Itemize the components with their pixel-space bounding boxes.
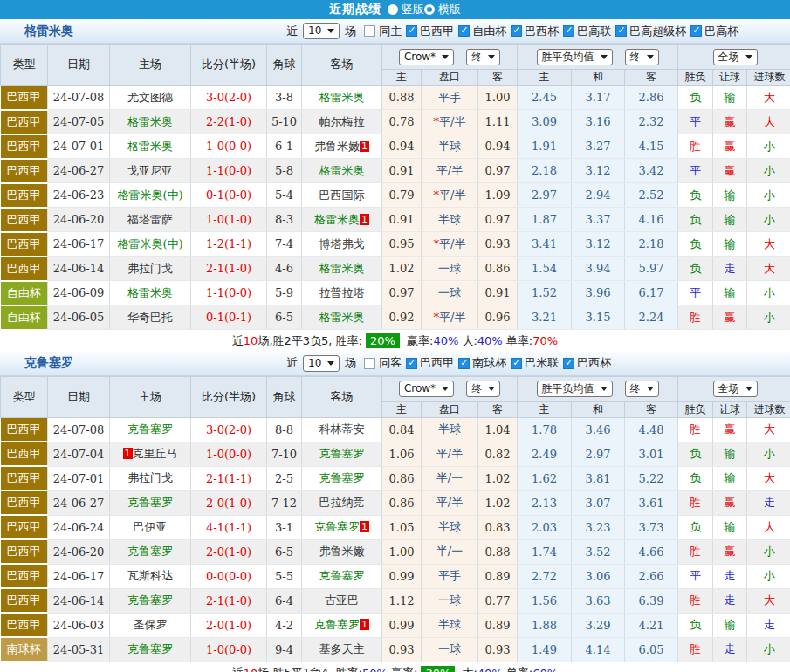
away-team-name[interactable]: 巴拉纳竞 (319, 496, 365, 509)
avg-lose-cell: 5.97 (625, 257, 678, 281)
bookmaker-select[interactable]: Crow* (399, 381, 454, 397)
result-wdl-cell: 胜 (678, 305, 713, 330)
col-date: 日期 (48, 376, 110, 417)
bookmaker-select[interactable]: Crow* (399, 49, 454, 65)
home-team-name[interactable]: 格雷米奥(中) (117, 189, 182, 202)
away-team-name[interactable]: 拉普拉塔 (319, 286, 365, 299)
recent-count-select[interactable]: 10 (303, 23, 340, 39)
footer-stat-segment: 60% (532, 667, 558, 672)
odds-home-cell: 0.99 (382, 613, 422, 637)
home-team-name[interactable]: 圣保罗 (134, 618, 168, 631)
home-team-name[interactable]: 克鲁塞罗 (127, 545, 173, 558)
home-team-name[interactable]: 弗拉门戈 (127, 262, 173, 275)
match-row: 自由杯24-06-09格雷米奥1-1(0-0)5-9拉普拉塔0.97一球0.91… (1, 281, 790, 305)
avg-stage-select[interactable]: 终 (625, 49, 659, 65)
score-cell: 2-2(1-0) (191, 110, 267, 134)
recent-count-select[interactable]: 10 (303, 355, 340, 372)
radio-option-1[interactable]: 横版 (424, 2, 461, 17)
away-team-name[interactable]: 克鲁塞罗 (319, 471, 365, 484)
avg-odds-select[interactable]: 胜平负均值 (537, 49, 613, 65)
result-wdl-cell: 负 (678, 208, 713, 232)
away-team-name[interactable]: 基多天主 (319, 642, 365, 655)
league-checkbox-1[interactable] (458, 25, 470, 37)
league-checkbox-1[interactable] (458, 358, 470, 369)
away-team-name[interactable]: 巴西国际 (319, 189, 365, 202)
scope-select[interactable]: 全场 (713, 381, 758, 397)
league-checkbox-5[interactable] (690, 25, 702, 37)
home-team-name[interactable]: 巴伊亚 (134, 520, 168, 533)
away-team-name[interactable]: 格雷米奥 (319, 262, 365, 275)
subheader-4: 和 (572, 70, 625, 86)
radio-unselected-icon (424, 4, 435, 15)
scope-select[interactable]: 全场 (713, 49, 758, 65)
league-checkbox-2[interactable] (511, 358, 522, 369)
home-team-cell: 1克里丘马 (110, 442, 191, 466)
home-team-name[interactable]: 弗拉门戈 (127, 471, 173, 484)
footer-stat-segment: 场,胜5平1负4, 胜率: (258, 665, 362, 672)
radio-option-0[interactable]: 竖版 (388, 2, 424, 17)
home-team-name[interactable]: 瓦斯科达 (127, 569, 173, 582)
league-checkbox-4[interactable] (615, 25, 627, 37)
odds-away-cell: 1.04 (478, 417, 518, 442)
away-team-name[interactable]: 弗鲁米嫩 (319, 545, 365, 558)
away-team-name[interactable]: 克鲁塞罗 (319, 447, 365, 460)
home-team-name[interactable]: 华奇巴托 (127, 311, 173, 324)
home-team-name[interactable]: 克鲁塞罗 (127, 642, 173, 655)
away-team-name[interactable]: 弗鲁米嫩 (314, 140, 360, 153)
odds-stage-select[interactable]: 终 (466, 381, 500, 397)
league-checkbox-0[interactable] (406, 358, 417, 369)
home-team-name[interactable]: 克鲁塞罗 (127, 496, 173, 509)
away-team-name[interactable]: 格雷米奥 (319, 164, 365, 177)
home-team-name[interactable]: 格雷米奥 (127, 115, 173, 128)
home-team-name[interactable]: 格雷米奥(中) (117, 237, 182, 250)
result-goals-cell: 小 (747, 159, 790, 183)
handicap-line: 平手 (438, 91, 461, 104)
home-team-name[interactable]: 克鲁塞罗 (127, 422, 173, 435)
avg-stage-select[interactable]: 终 (625, 381, 659, 397)
league-checkbox-3[interactable] (563, 358, 574, 369)
away-team-name[interactable]: 帕尔梅拉 (319, 115, 365, 128)
avg-odds-select[interactable]: 胜平负均值 (537, 381, 613, 397)
score-cell: 2-0(1-0) (191, 613, 267, 637)
same-venue-checkbox[interactable] (364, 358, 375, 369)
home-team-name[interactable]: 尤文图德 (127, 91, 173, 104)
home-team-name[interactable]: 克鲁塞罗 (127, 593, 173, 607)
same-venue-checkbox[interactable] (364, 25, 375, 37)
league-checkbox-2[interactable] (511, 25, 522, 37)
score-cell: 2-1(1-0) (191, 588, 267, 613)
away-team-name[interactable]: 克鲁塞罗 (319, 569, 365, 582)
odds-home-cell: 0.94 (382, 134, 422, 159)
chevron-down-icon (488, 55, 495, 59)
league-checkbox-0[interactable] (406, 25, 417, 37)
away-team-name[interactable]: 格雷米奥 (319, 91, 365, 104)
odds-away-cell: 0.82 (478, 442, 518, 466)
away-team-name[interactable]: 格雷米奥 (319, 311, 365, 324)
away-team-name[interactable]: 格雷米奥 (314, 213, 360, 226)
away-team-name[interactable]: 克鲁塞罗 (314, 520, 360, 533)
handicap-line-cell: 平/半 (422, 490, 478, 515)
away-team-name[interactable]: 克鲁塞罗 (314, 618, 360, 631)
away-team-name[interactable]: 博塔弗戈 (319, 237, 365, 250)
handicap-line-cell: 半/一 (422, 466, 478, 490)
home-team-name[interactable]: 福塔雷萨 (127, 213, 173, 226)
footer-stat-segment: 单率: (503, 665, 533, 672)
score-cell: 1-0(0-0) (191, 442, 267, 466)
footer-stat-segment: 20% (366, 333, 400, 348)
home-team-name[interactable]: 格雷米奥 (127, 286, 173, 299)
away-team-name[interactable]: 科林蒂安 (319, 422, 365, 435)
league-label: 巴高超级杯 (629, 24, 686, 39)
match-row: 南球杯24-05-31克鲁塞罗1-0(0-0)9-4基多天主0.93一球0.93… (1, 637, 790, 662)
match-row: 巴西甲24-07-01格雷米奥1-0(0-0)6-1弗鲁米嫩10.94半球0.9… (1, 134, 790, 159)
home-team-name[interactable]: 克里丘马 (133, 447, 178, 460)
home-team-name[interactable]: 戈亚尼亚 (127, 164, 173, 177)
home-team-name[interactable]: 格雷米奥 (127, 140, 173, 153)
near-label: 近 (286, 24, 298, 39)
league-label: 巴西甲 (420, 24, 454, 39)
date-cell: 24-06-20 (48, 208, 110, 232)
away-team-name[interactable]: 古亚巴 (325, 593, 359, 607)
league-checkbox-3[interactable] (563, 25, 574, 37)
odds-stage-select[interactable]: 终 (466, 49, 500, 65)
handicap-line: 一球 (438, 262, 461, 275)
odds-home-cell: 0.84 (382, 417, 422, 442)
match-row: 巴西甲24-07-08克鲁塞罗3-0(2-0)8-8科林蒂安0.84半球1.04… (1, 417, 790, 442)
